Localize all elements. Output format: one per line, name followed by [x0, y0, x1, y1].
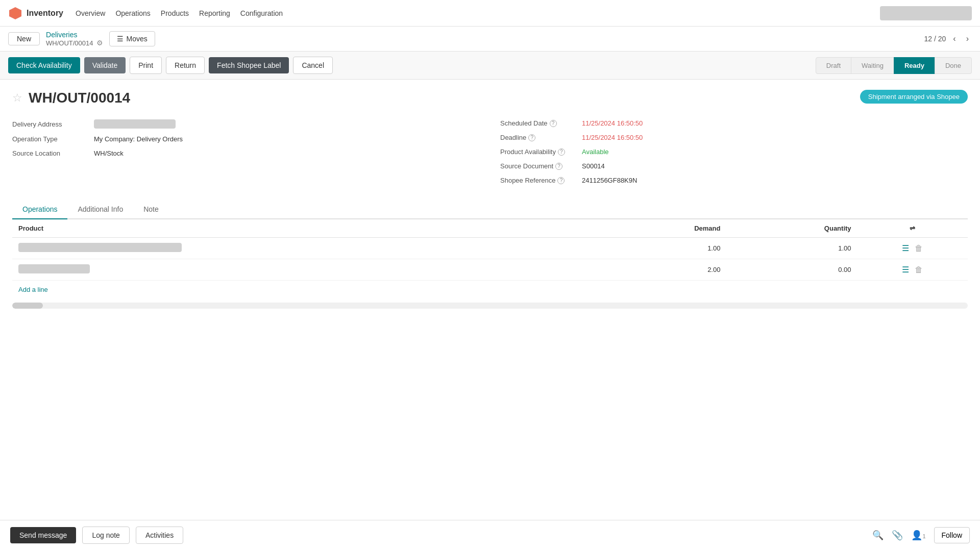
row-actions-2: ☰ 🗑: [857, 259, 968, 281]
app-logo[interactable]: Inventory: [8, 6, 63, 20]
tab-note[interactable]: Note: [133, 200, 169, 219]
record-pagination: 12 / 20 ‹ ›: [924, 33, 972, 44]
field-delivery-address: Delivery Address: [12, 116, 480, 132]
delete-icon-2[interactable]: 🗑: [915, 265, 923, 274]
quantity-cell-2: 0.00: [726, 259, 857, 281]
scheduled-date-label: Scheduled Date ?: [500, 119, 582, 127]
deadline-help-icon[interactable]: ?: [528, 134, 535, 141]
field-shopee-reference: Shopee Reference ? 2411256GF88K9N: [500, 173, 968, 188]
new-record-button[interactable]: New: [8, 32, 40, 45]
record-navigation: New Deliveries WH/OUT/00014 ⚙ ☰ Moves 12…: [0, 27, 980, 52]
source-document-value: S00014: [582, 162, 605, 170]
pagination-next-button[interactable]: ›: [963, 33, 972, 44]
scheduled-date-help-icon[interactable]: ?: [550, 120, 557, 127]
status-stepper: Draft Waiting Ready Done: [816, 57, 972, 74]
row-actions-1: ☰ 🗑: [857, 238, 968, 259]
tab-additional-info[interactable]: Additional Info: [67, 200, 133, 219]
form-fields: Delivery Address Operation Type My Compa…: [12, 116, 968, 188]
validate-button[interactable]: Validate: [84, 57, 126, 73]
settings-gear-icon[interactable]: ⚙: [96, 39, 103, 47]
source-document-help-icon[interactable]: ?: [555, 163, 562, 170]
product-availability-label: Product Availability ?: [500, 148, 582, 156]
moves-menu-icon: ☰: [117, 35, 124, 43]
nav-links: Overview Operations Products Reporting C…: [76, 7, 283, 19]
delete-icon-1[interactable]: 🗑: [915, 244, 923, 253]
col-product-header: Product: [12, 219, 598, 238]
return-button[interactable]: Return: [166, 57, 205, 74]
source-location-value: WH/Stock: [94, 149, 124, 157]
source-document-label: Source Document ?: [500, 162, 582, 170]
operation-type-value: My Company: Delivery Orders: [94, 135, 183, 143]
record-title: WH/OUT/00014: [29, 90, 130, 106]
shopee-reference-value: 2411256GF88K9N: [582, 177, 637, 184]
operation-type-label: Operation Type: [12, 135, 94, 143]
print-button[interactable]: Print: [130, 57, 162, 74]
deadline-label: Deadline ?: [500, 134, 582, 141]
scheduled-date-value: 11/25/2024 16:50:50: [582, 119, 643, 127]
delivery-address-value[interactable]: [94, 119, 176, 129]
quantity-cell-1: 1.00: [726, 238, 857, 259]
add-line-button[interactable]: Add a line: [12, 281, 54, 298]
cancel-button[interactable]: Cancel: [293, 57, 333, 74]
nav-operations[interactable]: Operations: [115, 7, 150, 19]
demand-cell-1: 1.00: [598, 238, 726, 259]
app-name: Inventory: [27, 9, 63, 18]
col-demand-header: Demand: [598, 219, 726, 238]
favorite-star-icon[interactable]: ☆: [12, 91, 22, 105]
product-availability-value: Available: [582, 148, 609, 156]
field-operation-type: Operation Type My Company: Delivery Orde…: [12, 132, 480, 146]
step-waiting: Waiting: [851, 57, 894, 74]
pagination-text: 12 / 20: [924, 35, 946, 43]
shopee-reference-help-icon[interactable]: ?: [557, 177, 565, 184]
product-availability-help-icon[interactable]: ?: [558, 148, 565, 156]
source-location-label: Source Location: [12, 149, 94, 157]
product-cell-2: [12, 259, 598, 281]
delivery-address-label: Delivery Address: [12, 120, 94, 128]
app-logo-icon: [8, 6, 22, 20]
horizontal-scrollbar[interactable]: [12, 303, 968, 309]
step-ready: Ready: [894, 57, 935, 74]
col-quantity-header: Quantity: [726, 219, 857, 238]
field-scheduled-date: Scheduled Date ? 11/25/2024 16:50:50: [500, 116, 968, 131]
topnav-right: [880, 6, 972, 20]
nav-overview[interactable]: Overview: [76, 7, 105, 19]
global-search-button[interactable]: [880, 6, 972, 20]
fetch-shopee-label-button[interactable]: Fetch Shopee Label: [209, 57, 289, 73]
shopee-badge: Shipment arranged via Shopee: [860, 90, 968, 104]
nav-reporting[interactable]: Reporting: [199, 7, 230, 19]
record-header: ☆ WH/OUT/00014 Shipment arranged via Sho…: [12, 90, 968, 106]
tab-operations[interactable]: Operations: [12, 200, 67, 219]
col-settings-icon[interactable]: ⇌: [857, 219, 968, 238]
product-placeholder-1[interactable]: [18, 243, 182, 252]
tabs: Operations Additional Info Note: [12, 200, 968, 219]
detail-icon-2[interactable]: ☰: [902, 265, 909, 274]
main-content: ☆ WH/OUT/00014 Shipment arranged via Sho…: [0, 80, 980, 323]
step-draft: Draft: [816, 57, 851, 74]
shopee-reference-label: Shopee Reference ?: [500, 177, 582, 184]
breadcrumb-parent[interactable]: Deliveries: [46, 31, 103, 39]
pagination-prev-button[interactable]: ‹: [950, 33, 959, 44]
table-row: 2.00 0.00 ☰ 🗑: [12, 259, 968, 281]
product-table: Product Demand Quantity ⇌ 1.00 1.00 ☰: [12, 219, 968, 281]
product-placeholder-2[interactable]: [18, 264, 90, 273]
nav-configuration[interactable]: Configuration: [240, 7, 283, 19]
record-title-area: ☆ WH/OUT/00014: [12, 90, 130, 106]
field-source-document: Source Document ? S00014: [500, 159, 968, 173]
scrollbar-thumb[interactable]: [12, 303, 43, 309]
action-toolbar: Check Availability Validate Print Return…: [0, 52, 980, 80]
deadline-value: 11/25/2024 16:50:50: [582, 134, 643, 141]
product-cell-1: [12, 238, 598, 259]
check-availability-button[interactable]: Check Availability: [8, 57, 80, 73]
moves-label: Moves: [127, 35, 148, 43]
detail-icon-1[interactable]: ☰: [902, 244, 909, 253]
field-product-availability: Product Availability ? Available: [500, 145, 968, 159]
field-deadline: Deadline ? 11/25/2024 16:50:50: [500, 131, 968, 145]
nav-products[interactable]: Products: [161, 7, 189, 19]
demand-cell-2: 2.00: [598, 259, 726, 281]
breadcrumb: Deliveries WH/OUT/00014 ⚙: [46, 31, 103, 47]
field-source-location: Source Location WH/Stock: [12, 146, 480, 161]
top-navigation: Inventory Overview Operations Products R…: [0, 0, 980, 27]
table-row: 1.00 1.00 ☰ 🗑: [12, 238, 968, 259]
moves-button[interactable]: ☰ Moves: [109, 31, 155, 46]
step-done: Done: [935, 57, 972, 74]
